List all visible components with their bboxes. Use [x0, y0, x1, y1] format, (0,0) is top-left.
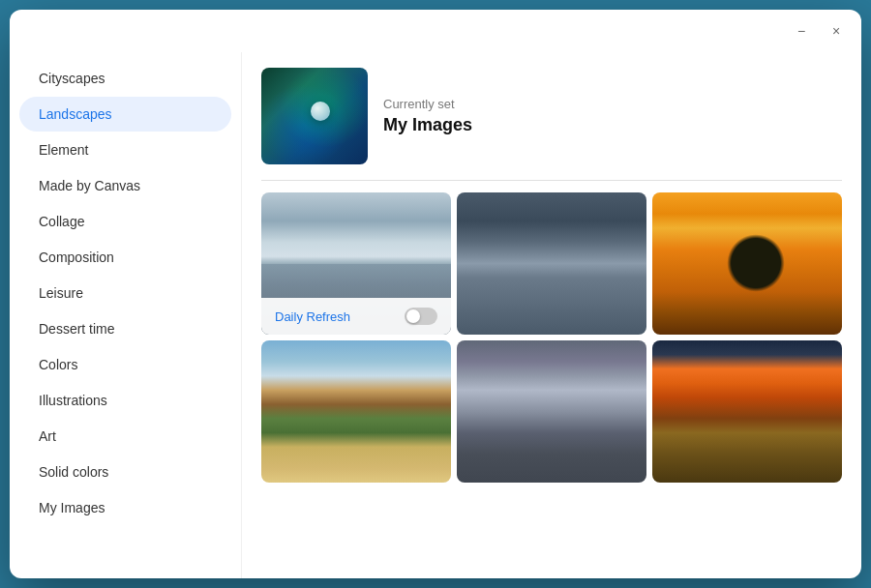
image-cell-6[interactable]	[652, 340, 842, 483]
images-grid-container: Daily Refresh	[261, 181, 842, 563]
image-cell-1[interactable]: Daily Refresh	[261, 192, 451, 335]
sidebar-item-my-images[interactable]: My Images	[19, 490, 231, 525]
sidebar-item-art[interactable]: Art	[19, 419, 231, 454]
sidebar: CityscapesLandscapesElementMade by Canva…	[10, 52, 242, 578]
sidebar-item-illustrations[interactable]: Illustrations	[19, 383, 231, 418]
image-cell-5[interactable]	[457, 340, 646, 483]
water-drop-decoration	[311, 102, 330, 121]
image-cell-4[interactable]	[261, 340, 451, 483]
sidebar-item-composition[interactable]: Composition	[19, 240, 231, 275]
sidebar-item-colors[interactable]: Colors	[19, 347, 231, 382]
image-cell-3[interactable]	[652, 192, 842, 335]
dialog: − × CityscapesLandscapesElementMade by C…	[10, 10, 861, 578]
landscape-image-5	[457, 340, 646, 483]
current-set-section: Currently set My Images	[261, 68, 842, 181]
current-set-info: Currently set My Images	[383, 97, 472, 135]
close-button[interactable]: ×	[823, 17, 850, 44]
currently-set-label: Currently set	[383, 97, 472, 111]
sidebar-item-leisure[interactable]: Leisure	[19, 276, 231, 310]
main-content: CityscapesLandscapesElementMade by Canva…	[10, 52, 861, 578]
sidebar-item-landscapes[interactable]: Landscapes	[19, 97, 231, 132]
image-cell-2[interactable]	[457, 192, 646, 335]
current-thumbnail	[261, 68, 368, 164]
landscape-image-3	[652, 192, 842, 335]
daily-refresh-overlay: Daily Refresh	[261, 298, 451, 335]
sidebar-item-collage[interactable]: Collage	[19, 204, 231, 239]
sidebar-item-element[interactable]: Element	[19, 132, 231, 167]
title-bar: − ×	[10, 10, 861, 52]
toggle-knob	[406, 309, 420, 323]
daily-refresh-label: Daily Refresh	[275, 309, 350, 324]
landscape-image-6	[652, 340, 842, 483]
landscape-image-2	[457, 192, 646, 335]
minimize-button[interactable]: −	[788, 17, 815, 44]
landscape-image-4	[261, 340, 451, 483]
sidebar-item-cityscapes[interactable]: Cityscapes	[19, 61, 231, 96]
images-grid: Daily Refresh	[261, 192, 842, 483]
right-panel: Currently set My Images Daily Refresh	[242, 52, 861, 578]
current-thumbnail-image	[261, 68, 368, 164]
current-set-name: My Images	[383, 115, 472, 135]
sidebar-item-dessert-time[interactable]: Dessert time	[19, 311, 231, 346]
daily-refresh-toggle[interactable]	[405, 308, 437, 325]
sidebar-item-made-by-canvas[interactable]: Made by Canvas	[19, 168, 231, 203]
sidebar-item-solid-colors[interactable]: Solid colors	[19, 455, 231, 489]
